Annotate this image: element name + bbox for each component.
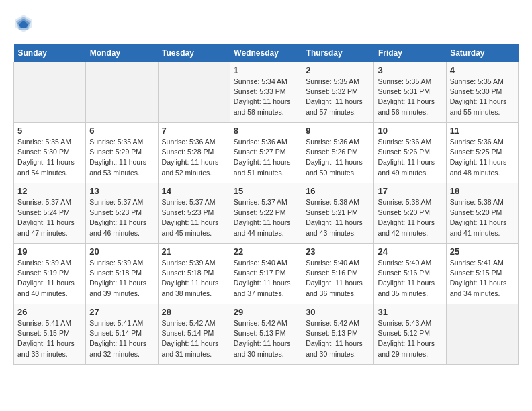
day-info: Sunrise: 5:35 AM Sunset: 5:30 PM Dayligh… bbox=[450, 77, 515, 118]
calendar-cell: 9Sunrise: 5:36 AM Sunset: 5:26 PM Daylig… bbox=[302, 123, 374, 183]
day-number: 11 bbox=[450, 126, 515, 136]
day-number: 21 bbox=[162, 246, 226, 257]
page-header bbox=[13, 13, 519, 34]
day-info: Sunrise: 5:36 AM Sunset: 5:25 PM Dayligh… bbox=[450, 137, 515, 178]
calendar-cell: 18Sunrise: 5:38 AM Sunset: 5:20 PM Dayli… bbox=[446, 183, 518, 244]
day-number: 25 bbox=[450, 246, 515, 257]
day-info: Sunrise: 5:38 AM Sunset: 5:21 PM Dayligh… bbox=[306, 197, 370, 238]
day-number: 27 bbox=[89, 307, 154, 317]
day-info: Sunrise: 5:43 AM Sunset: 5:12 PM Dayligh… bbox=[378, 318, 442, 359]
header-monday: Monday bbox=[86, 44, 158, 62]
day-info: Sunrise: 5:39 AM Sunset: 5:18 PM Dayligh… bbox=[89, 258, 154, 299]
day-info: Sunrise: 5:34 AM Sunset: 5:33 PM Dayligh… bbox=[234, 77, 298, 118]
day-info: Sunrise: 5:38 AM Sunset: 5:20 PM Dayligh… bbox=[378, 197, 442, 238]
day-info: Sunrise: 5:38 AM Sunset: 5:20 PM Dayligh… bbox=[450, 197, 515, 238]
day-number: 3 bbox=[378, 65, 442, 75]
calendar-cell bbox=[158, 62, 230, 123]
day-info: Sunrise: 5:36 AM Sunset: 5:28 PM Dayligh… bbox=[162, 137, 226, 178]
calendar-cell: 8Sunrise: 5:36 AM Sunset: 5:27 PM Daylig… bbox=[230, 123, 302, 183]
day-info: Sunrise: 5:35 AM Sunset: 5:32 PM Dayligh… bbox=[306, 77, 370, 118]
day-number: 5 bbox=[17, 126, 82, 136]
day-number: 2 bbox=[306, 65, 370, 75]
day-info: Sunrise: 5:37 AM Sunset: 5:23 PM Dayligh… bbox=[89, 197, 154, 238]
day-info: Sunrise: 5:37 AM Sunset: 5:23 PM Dayligh… bbox=[162, 197, 226, 238]
calendar-cell: 16Sunrise: 5:38 AM Sunset: 5:21 PM Dayli… bbox=[302, 183, 374, 244]
calendar-cell: 15Sunrise: 5:37 AM Sunset: 5:22 PM Dayli… bbox=[230, 183, 302, 244]
calendar-cell: 12Sunrise: 5:37 AM Sunset: 5:24 PM Dayli… bbox=[14, 183, 86, 244]
day-info: Sunrise: 5:40 AM Sunset: 5:17 PM Dayligh… bbox=[234, 258, 298, 299]
calendar-cell: 14Sunrise: 5:37 AM Sunset: 5:23 PM Dayli… bbox=[158, 183, 230, 244]
calendar-cell: 13Sunrise: 5:37 AM Sunset: 5:23 PM Dayli… bbox=[86, 183, 158, 244]
day-number: 20 bbox=[89, 246, 154, 257]
day-number: 29 bbox=[234, 307, 298, 317]
calendar-cell: 17Sunrise: 5:38 AM Sunset: 5:20 PM Dayli… bbox=[374, 183, 446, 244]
logo bbox=[13, 13, 36, 34]
day-number: 26 bbox=[17, 307, 82, 317]
day-number: 19 bbox=[17, 246, 82, 257]
calendar-table: SundayMondayTuesdayWednesdayThursdayFrid… bbox=[13, 44, 519, 365]
day-info: Sunrise: 5:41 AM Sunset: 5:15 PM Dayligh… bbox=[17, 318, 82, 359]
calendar-cell: 27Sunrise: 5:41 AM Sunset: 5:14 PM Dayli… bbox=[86, 304, 158, 365]
week-row-2: 5Sunrise: 5:35 AM Sunset: 5:30 PM Daylig… bbox=[14, 123, 519, 183]
day-info: Sunrise: 5:35 AM Sunset: 5:30 PM Dayligh… bbox=[17, 137, 82, 178]
day-info: Sunrise: 5:37 AM Sunset: 5:22 PM Dayligh… bbox=[234, 197, 298, 238]
day-number: 30 bbox=[306, 307, 370, 317]
day-number: 28 bbox=[162, 307, 226, 317]
day-info: Sunrise: 5:36 AM Sunset: 5:26 PM Dayligh… bbox=[306, 137, 370, 178]
calendar-cell bbox=[86, 62, 158, 123]
calendar-cell: 30Sunrise: 5:42 AM Sunset: 5:13 PM Dayli… bbox=[302, 304, 374, 365]
day-number: 23 bbox=[306, 246, 370, 257]
calendar-cell: 4Sunrise: 5:35 AM Sunset: 5:30 PM Daylig… bbox=[446, 62, 518, 123]
day-number: 18 bbox=[450, 186, 515, 196]
calendar-cell: 19Sunrise: 5:39 AM Sunset: 5:19 PM Dayli… bbox=[14, 244, 86, 304]
day-info: Sunrise: 5:41 AM Sunset: 5:14 PM Dayligh… bbox=[89, 318, 154, 359]
day-info: Sunrise: 5:39 AM Sunset: 5:19 PM Dayligh… bbox=[17, 258, 82, 299]
day-number: 24 bbox=[378, 246, 442, 257]
calendar-cell: 25Sunrise: 5:41 AM Sunset: 5:15 PM Dayli… bbox=[446, 244, 518, 304]
day-number: 1 bbox=[234, 65, 298, 75]
calendar-cell: 10Sunrise: 5:36 AM Sunset: 5:26 PM Dayli… bbox=[374, 123, 446, 183]
calendar-cell: 28Sunrise: 5:42 AM Sunset: 5:14 PM Dayli… bbox=[158, 304, 230, 365]
week-row-4: 19Sunrise: 5:39 AM Sunset: 5:19 PM Dayli… bbox=[14, 244, 519, 304]
week-row-3: 12Sunrise: 5:37 AM Sunset: 5:24 PM Dayli… bbox=[14, 183, 519, 244]
day-number: 16 bbox=[306, 186, 370, 196]
day-number: 14 bbox=[162, 186, 226, 196]
day-number: 13 bbox=[89, 186, 154, 196]
calendar-cell bbox=[446, 304, 518, 365]
calendar-cell: 3Sunrise: 5:35 AM Sunset: 5:31 PM Daylig… bbox=[374, 62, 446, 123]
calendar-cell: 11Sunrise: 5:36 AM Sunset: 5:25 PM Dayli… bbox=[446, 123, 518, 183]
calendar-cell: 5Sunrise: 5:35 AM Sunset: 5:30 PM Daylig… bbox=[14, 123, 86, 183]
day-number: 9 bbox=[306, 126, 370, 136]
calendar-cell: 24Sunrise: 5:40 AM Sunset: 5:16 PM Dayli… bbox=[374, 244, 446, 304]
day-number: 17 bbox=[378, 186, 442, 196]
header-tuesday: Tuesday bbox=[158, 44, 230, 62]
day-info: Sunrise: 5:40 AM Sunset: 5:16 PM Dayligh… bbox=[306, 258, 370, 299]
calendar-cell: 21Sunrise: 5:39 AM Sunset: 5:18 PM Dayli… bbox=[158, 244, 230, 304]
day-number: 31 bbox=[378, 307, 442, 317]
day-number: 12 bbox=[17, 186, 82, 196]
calendar-cell: 31Sunrise: 5:43 AM Sunset: 5:12 PM Dayli… bbox=[374, 304, 446, 365]
logo-icon bbox=[13, 13, 34, 34]
day-info: Sunrise: 5:41 AM Sunset: 5:15 PM Dayligh… bbox=[450, 258, 515, 299]
calendar-cell: 1Sunrise: 5:34 AM Sunset: 5:33 PM Daylig… bbox=[230, 62, 302, 123]
day-number: 15 bbox=[234, 186, 298, 196]
header-saturday: Saturday bbox=[446, 44, 518, 62]
header-friday: Friday bbox=[374, 44, 446, 62]
day-info: Sunrise: 5:42 AM Sunset: 5:14 PM Dayligh… bbox=[162, 318, 226, 359]
day-info: Sunrise: 5:35 AM Sunset: 5:29 PM Dayligh… bbox=[89, 137, 154, 178]
days-header-row: SundayMondayTuesdayWednesdayThursdayFrid… bbox=[14, 44, 519, 62]
day-info: Sunrise: 5:35 AM Sunset: 5:31 PM Dayligh… bbox=[378, 77, 442, 118]
calendar-cell: 23Sunrise: 5:40 AM Sunset: 5:16 PM Dayli… bbox=[302, 244, 374, 304]
header-sunday: Sunday bbox=[14, 44, 86, 62]
day-info: Sunrise: 5:40 AM Sunset: 5:16 PM Dayligh… bbox=[378, 258, 442, 299]
header-thursday: Thursday bbox=[302, 44, 374, 62]
day-number: 6 bbox=[89, 126, 154, 136]
calendar-cell: 6Sunrise: 5:35 AM Sunset: 5:29 PM Daylig… bbox=[86, 123, 158, 183]
day-info: Sunrise: 5:42 AM Sunset: 5:13 PM Dayligh… bbox=[306, 318, 370, 359]
header-wednesday: Wednesday bbox=[230, 44, 302, 62]
calendar-cell: 26Sunrise: 5:41 AM Sunset: 5:15 PM Dayli… bbox=[14, 304, 86, 365]
day-info: Sunrise: 5:39 AM Sunset: 5:18 PM Dayligh… bbox=[162, 258, 226, 299]
calendar-cell: 7Sunrise: 5:36 AM Sunset: 5:28 PM Daylig… bbox=[158, 123, 230, 183]
day-info: Sunrise: 5:36 AM Sunset: 5:26 PM Dayligh… bbox=[378, 137, 442, 178]
day-info: Sunrise: 5:42 AM Sunset: 5:13 PM Dayligh… bbox=[234, 318, 298, 359]
